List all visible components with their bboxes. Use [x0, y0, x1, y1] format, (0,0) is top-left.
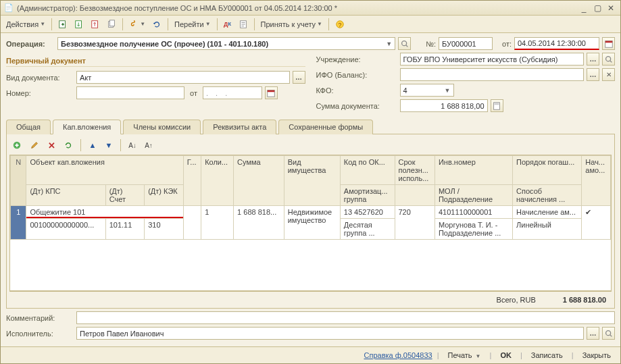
kfo-field[interactable]: 4 ▼ [400, 84, 454, 97]
col-dt-kek[interactable]: (Дт) КЭК [145, 185, 184, 206]
cell-mol[interactable]: Моргунова Т. И. - Подразделение ... [434, 219, 512, 240]
sort-desc-icon[interactable]: A↑ [142, 138, 155, 152]
report-icon[interactable] [236, 18, 251, 31]
move-down-icon[interactable]: ▼ [102, 138, 116, 152]
col-dt-schet[interactable]: (Дт) Счет [105, 185, 145, 206]
actions-menu[interactable]: Действия ▼ [3, 18, 48, 31]
col-mol[interactable]: МОЛ / Подразделение [434, 185, 512, 206]
edit-row-icon[interactable] [27, 138, 42, 152]
attachment-icon[interactable]: ▼ [126, 18, 148, 31]
chevron-down-icon[interactable]: ▼ [445, 87, 451, 94]
col-object[interactable]: Объект кап.вложения [26, 156, 183, 185]
col-inv[interactable]: Инв.номер [434, 156, 512, 185]
doc-number-field[interactable] [76, 86, 184, 99]
operation-select-button[interactable] [398, 37, 411, 50]
col-prop[interactable]: Вид имущества [284, 156, 340, 206]
minimize-button[interactable]: _ [577, 3, 591, 14]
ifo-clear-button[interactable]: ✕ [602, 68, 615, 81]
actions-label: Действия [6, 20, 39, 28]
reference-link[interactable]: Справка ф.0504833 [364, 351, 432, 359]
goto-menu[interactable]: Перейти ▼ [172, 18, 214, 31]
tab-commission[interactable]: Члены комиссии [123, 120, 201, 134]
print-menu[interactable]: Печать ▼ [444, 350, 485, 361]
ifo-more-button[interactable]: … [587, 68, 599, 81]
institution-more-button[interactable]: … [587, 53, 599, 66]
accept-button[interactable]: Принять к учету ▼ [258, 18, 325, 31]
sort-asc-icon[interactable]: A↓ [126, 138, 139, 152]
doc-type-field[interactable]: Акт [76, 71, 290, 84]
institution-open-button[interactable] [602, 53, 615, 66]
svg-point-17 [605, 330, 610, 335]
cell-g[interactable] [183, 206, 201, 240]
date-picker-button[interactable] [602, 37, 615, 50]
grid-row[interactable]: 1 Общежитие 101 1 1 688 818... Недвижимо… [11, 206, 611, 219]
cell-dt-kps[interactable]: 00100000000000... [26, 219, 105, 240]
col-sum[interactable]: Сумма [234, 156, 284, 206]
cell-inv[interactable]: 4101110000001 [434, 206, 512, 219]
cell-dt-kek[interactable]: 310 [145, 219, 184, 240]
move-up-icon[interactable]: ▲ [86, 138, 99, 152]
cell-rownum: 1 [11, 206, 26, 240]
doc-date-picker-button[interactable] [265, 86, 278, 99]
cell-okof[interactable]: 13 4527620 [340, 206, 395, 219]
delete-row-icon[interactable]: ✕ [45, 138, 58, 152]
tab-saved-forms[interactable]: Сохраненные формы [278, 120, 373, 134]
col-nach[interactable]: Нач... амо... [582, 156, 611, 206]
comment-field[interactable] [76, 311, 615, 324]
col-g[interactable]: Г... [183, 156, 201, 206]
col-okof[interactable]: Код по ОК... [340, 156, 395, 185]
tab-general[interactable]: Общая [6, 120, 51, 134]
executor-more-button[interactable]: … [587, 327, 599, 340]
export-icon[interactable] [72, 18, 86, 31]
doc-date-field[interactable]: . . . [203, 86, 262, 99]
tab-act-details[interactable]: Реквизиты акта [203, 120, 276, 134]
col-dt-kps[interactable]: (Дт) КПС [26, 185, 105, 206]
close-footer-button[interactable]: Закрыть [578, 350, 615, 361]
cell-object[interactable]: Общежитие 101 [26, 206, 183, 219]
number-field[interactable]: БУ000001 [439, 37, 493, 50]
chevron-down-icon[interactable]: ▼ [386, 41, 392, 47]
add-row-icon[interactable] [9, 138, 24, 152]
refresh-icon[interactable] [61, 138, 76, 152]
close-button[interactable]: ✕ [604, 3, 618, 14]
doc-type-more-button[interactable]: … [293, 71, 305, 84]
calculator-button[interactable] [491, 99, 503, 112]
cell-nach[interactable]: ✔ [582, 206, 611, 240]
col-qty[interactable]: Коли... [201, 156, 234, 206]
ok-button[interactable]: OK [496, 350, 516, 361]
cell-order[interactable]: Начисление ам... [513, 206, 582, 219]
ifo-field[interactable] [400, 68, 585, 81]
capital-grid[interactable]: N Объект кап.вложения Г... Коли... Сумма… [9, 155, 612, 291]
undo-icon[interactable] [149, 18, 164, 31]
help-icon[interactable]: ? [332, 18, 347, 31]
import-icon[interactable] [88, 18, 103, 31]
kfo-value: 4 [403, 86, 407, 95]
cell-qty[interactable]: 1 [201, 206, 234, 240]
docsum-field[interactable]: 1 688 818,00 [400, 99, 488, 112]
date-field[interactable]: 04.05.2014 12:30:00 [514, 37, 599, 50]
col-life2[interactable] [395, 185, 434, 206]
cell-life[interactable]: 720 [395, 206, 434, 240]
cell-method[interactable]: Линейный [513, 219, 582, 240]
add-doc-icon[interactable] [55, 18, 70, 31]
save-button[interactable]: Записать [527, 350, 567, 361]
institution-field[interactable]: ГОБУ ВПО Университет искусств (Субсидия) [400, 53, 585, 66]
col-method[interactable]: Способ начисления ... [513, 185, 582, 206]
cell-amort-group[interactable]: Десятая группа ... [340, 219, 395, 240]
executor-field[interactable]: Петров Павел Иванович [76, 327, 584, 340]
cell-sum[interactable]: 1 688 818... [234, 206, 284, 240]
col-amort-group[interactable]: Амортизац... группа [340, 185, 395, 206]
operation-field[interactable]: Безвозмездное получение ОС (прочее) (101… [57, 37, 395, 50]
operation-value: Безвозмездное получение ОС (прочее) (101… [61, 40, 268, 48]
cell-prop[interactable]: Недвижимое имущество [284, 206, 340, 240]
col-life[interactable]: Срок полезн... исполь... [395, 156, 434, 185]
institution-value: ГОБУ ВПО Университет искусств (Субсидия) [403, 55, 558, 63]
col-order[interactable]: Порядок погаш... [513, 156, 582, 185]
col-n[interactable]: N [11, 156, 26, 206]
maximize-button[interactable]: ▢ [591, 3, 604, 14]
executor-open-button[interactable] [602, 327, 615, 340]
cell-dt-schet[interactable]: 101.11 [105, 219, 145, 240]
dk-icon[interactable]: ДК [221, 18, 234, 31]
copy-icon[interactable] [104, 18, 119, 31]
tab-capital[interactable]: Кап.вложения [53, 120, 121, 134]
